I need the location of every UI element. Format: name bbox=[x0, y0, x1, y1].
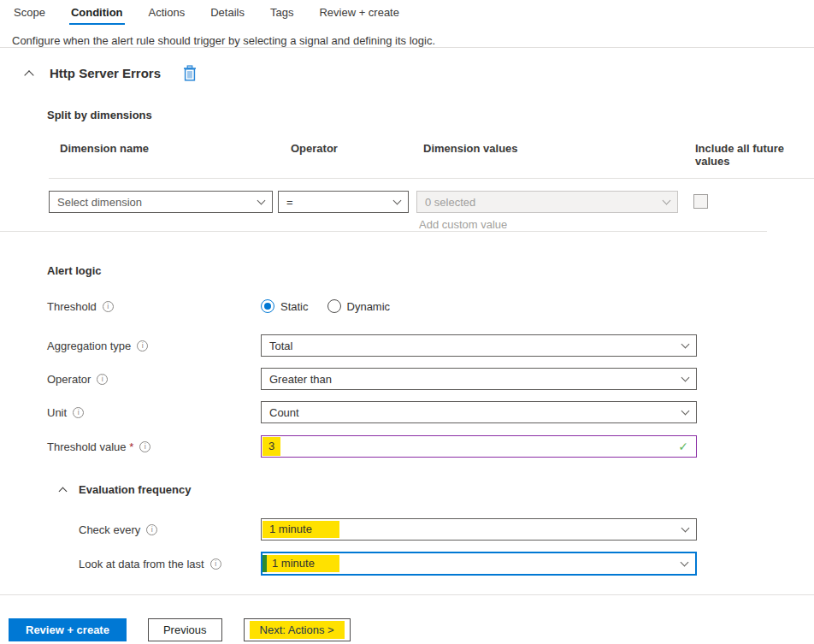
required-asterisk: * bbox=[129, 440, 133, 453]
col-include-future-values: Include all future values bbox=[693, 142, 814, 168]
chevron-down-icon bbox=[681, 374, 690, 382]
trash-icon bbox=[183, 65, 197, 81]
wizard-tabs: Scope Condition Actions Details Tags Rev… bbox=[0, 2, 814, 25]
operator-value: Greater than bbox=[269, 373, 332, 386]
tab-details[interactable]: Details bbox=[209, 2, 246, 25]
alert-logic-heading: Alert logic bbox=[47, 264, 814, 277]
dimension-operator-select[interactable]: = bbox=[278, 191, 409, 213]
chevron-down-icon bbox=[681, 340, 690, 349]
check-every-label: Check every i bbox=[79, 523, 261, 536]
operator-select[interactable]: Greater than bbox=[261, 368, 697, 390]
aggregation-type-row: Aggregation type i Total bbox=[47, 334, 814, 357]
threshold-label-text: Threshold bbox=[47, 300, 97, 313]
tab-tags[interactable]: Tags bbox=[268, 2, 295, 25]
tab-condition[interactable]: Condition bbox=[69, 2, 125, 25]
wizard-footer: Review + create Previous Next: Actions > bbox=[0, 594, 814, 641]
info-icon[interactable]: i bbox=[139, 441, 150, 452]
radio-static-circle bbox=[261, 299, 274, 313]
evaluation-frequency-header: Evaluation frequency bbox=[60, 483, 814, 496]
threshold-value-label: Threshold value * i bbox=[47, 440, 261, 453]
alert-logic-selects: Aggregation type i Total Operator i Grea… bbox=[0, 334, 814, 423]
check-every-select[interactable]: 1 minute bbox=[261, 518, 697, 541]
chevron-down-icon bbox=[663, 197, 671, 205]
next-actions-button[interactable]: Next: Actions > bbox=[244, 618, 351, 641]
aggregation-type-select[interactable]: Total bbox=[261, 334, 697, 357]
threshold-value-text: 3 bbox=[262, 437, 280, 456]
aggregation-type-label: Aggregation type i bbox=[47, 340, 261, 352]
evaluation-rows: Check every i 1 minute Look at data from… bbox=[0, 518, 814, 576]
lookback-select[interactable]: 1 minute bbox=[261, 552, 697, 576]
divider bbox=[0, 231, 767, 232]
dimension-values-select: 0 selected bbox=[416, 191, 678, 213]
dimension-name-placeholder: Select dimension bbox=[57, 196, 142, 209]
threshold-radio-group: Static Dynamic bbox=[261, 299, 697, 313]
dimension-values-text: 0 selected bbox=[425, 196, 475, 209]
evaluation-frequency-heading: Evaluation frequency bbox=[79, 483, 191, 496]
previous-button[interactable]: Previous bbox=[148, 618, 222, 641]
operator-label: Operator i bbox=[47, 373, 261, 386]
collapse-evaluation-icon[interactable] bbox=[59, 487, 68, 495]
chevron-down-icon bbox=[681, 558, 689, 567]
next-actions-label: Next: Actions > bbox=[250, 621, 345, 639]
unit-select[interactable]: Count bbox=[261, 401, 697, 423]
divider bbox=[0, 594, 814, 595]
threshold-value-row: Threshold value * i 3 ✓ bbox=[47, 435, 814, 458]
chevron-down-icon bbox=[257, 197, 266, 205]
info-icon[interactable]: i bbox=[103, 301, 114, 312]
tab-review-create[interactable]: Review + create bbox=[317, 2, 401, 25]
split-by-dimensions-heading: Split by dimensions bbox=[47, 109, 814, 121]
dimension-operator-value: = bbox=[286, 196, 293, 209]
dimension-name-select[interactable]: Select dimension bbox=[49, 191, 273, 213]
delete-signal-button[interactable] bbox=[183, 65, 197, 81]
col-dimension-values: Dimension values bbox=[416, 142, 693, 168]
aggregation-type-label-text: Aggregation type bbox=[47, 340, 131, 352]
info-icon[interactable]: i bbox=[73, 407, 84, 418]
check-every-value: 1 minute bbox=[262, 521, 339, 538]
lookback-label-text: Look at data from the last bbox=[79, 558, 204, 570]
threshold-row: Threshold i Static Dynamic bbox=[47, 299, 814, 313]
col-operator: Operator bbox=[278, 142, 416, 168]
unit-row: Unit i Count bbox=[47, 401, 814, 423]
lookback-label: Look at data from the last i bbox=[79, 558, 261, 570]
lookback-row: Look at data from the last i 1 minute bbox=[79, 552, 814, 576]
info-icon[interactable]: i bbox=[146, 524, 157, 535]
chevron-down-icon bbox=[393, 197, 402, 205]
valid-check-icon: ✓ bbox=[678, 440, 688, 453]
signal-header: Http Server Errors bbox=[26, 65, 814, 81]
review-create-button[interactable]: Review + create bbox=[9, 618, 127, 641]
divider bbox=[0, 47, 814, 48]
dimensions-table-header: Dimension name Operator Dimension values… bbox=[49, 142, 814, 179]
page-description: Configure when the alert rule should tri… bbox=[12, 34, 814, 47]
tab-actions[interactable]: Actions bbox=[147, 2, 187, 25]
include-future-values-checkbox[interactable] bbox=[693, 194, 708, 209]
unit-value: Count bbox=[269, 406, 299, 419]
lookback-value: 1 minute bbox=[262, 555, 339, 572]
radio-static-label: Static bbox=[280, 300, 309, 313]
operator-label-text: Operator bbox=[47, 373, 91, 386]
dimension-row: Select dimension = 0 selected bbox=[49, 191, 814, 213]
signal-title: Http Server Errors bbox=[50, 66, 161, 80]
threshold-label: Threshold i bbox=[47, 300, 261, 313]
unit-label: Unit i bbox=[47, 406, 261, 419]
info-icon[interactable]: i bbox=[210, 558, 221, 570]
dimensions-table: Dimension name Operator Dimension values… bbox=[49, 142, 814, 231]
check-every-row: Check every i 1 minute bbox=[79, 518, 814, 541]
aggregation-type-value: Total bbox=[269, 340, 292, 352]
footer-buttons: Review + create Previous Next: Actions > bbox=[9, 618, 814, 641]
radio-static[interactable]: Static bbox=[261, 299, 309, 313]
radio-dynamic-circle bbox=[327, 299, 341, 313]
check-every-label-text: Check every bbox=[79, 523, 140, 536]
radio-dynamic[interactable]: Dynamic bbox=[327, 299, 391, 313]
collapse-signal-icon[interactable] bbox=[24, 70, 33, 80]
threshold-value-input[interactable]: 3 ✓ bbox=[261, 435, 697, 458]
add-custom-value-link[interactable]: Add custom value bbox=[419, 218, 814, 231]
unit-label-text: Unit bbox=[47, 406, 67, 419]
chevron-down-icon bbox=[681, 524, 690, 533]
tab-scope[interactable]: Scope bbox=[12, 2, 47, 25]
radio-dynamic-label: Dynamic bbox=[347, 300, 391, 313]
operator-row: Operator i Greater than bbox=[47, 368, 814, 390]
col-dimension-name: Dimension name bbox=[49, 142, 278, 168]
threshold-value-label-text: Threshold value * bbox=[47, 440, 133, 453]
info-icon[interactable]: i bbox=[97, 374, 108, 385]
info-icon[interactable]: i bbox=[137, 340, 148, 352]
